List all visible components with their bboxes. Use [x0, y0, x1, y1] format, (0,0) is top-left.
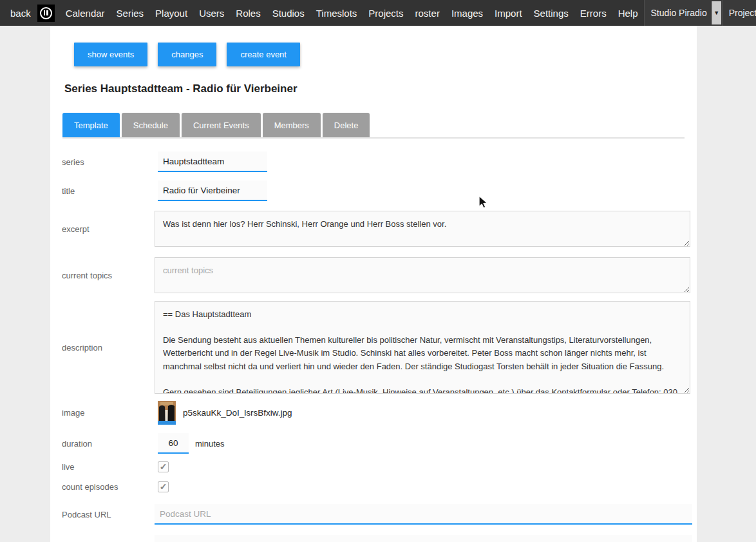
duration-input[interactable] — [158, 433, 189, 454]
tab-bar: Template Schedule Current Events Members… — [62, 113, 685, 139]
live-row: live ✓ — [50, 461, 697, 472]
action-toolbar: show events changes create event — [74, 43, 697, 66]
title-row: title — [50, 180, 697, 201]
tab-delete[interactable]: Delete — [323, 113, 370, 137]
pause-circle-icon — [40, 7, 52, 19]
archive-url-input[interactable] — [155, 535, 692, 542]
check-icon: ✓ — [160, 462, 167, 471]
nav-item-users[interactable]: Users — [193, 8, 230, 19]
nav-item-calendar[interactable]: Calendar — [60, 8, 111, 19]
nav-item-roster[interactable]: roster — [410, 8, 446, 19]
create-event-button[interactable]: create event — [227, 43, 300, 66]
excerpt-label: excerpt — [50, 224, 155, 234]
project-select[interactable]: Project 88vier ▼ — [722, 0, 756, 26]
studio-select-value: Studio Piradio — [651, 8, 707, 18]
nav-item-studios[interactable]: Studios — [267, 8, 310, 19]
changes-button[interactable]: changes — [158, 43, 216, 66]
count-episodes-checkbox[interactable]: ✓ — [158, 481, 169, 492]
archive-url-row: Archive URL — [50, 535, 697, 542]
duration-row: duration minutes — [50, 433, 697, 454]
project-select-value: Project 88vier — [729, 8, 756, 18]
template-form: series title excerpt Was ist denn hier l… — [50, 151, 697, 542]
image-label: image — [50, 408, 155, 418]
image-row: image p5skauKk_DoI_lsrsBfxiw.jpg — [50, 400, 697, 425]
duration-unit-label: minutes — [195, 439, 225, 449]
duration-label: duration — [50, 439, 155, 449]
nav-item-help[interactable]: Help — [612, 8, 644, 19]
piradio-logo-icon[interactable] — [37, 5, 55, 22]
nav-item-errors[interactable]: Errors — [574, 8, 612, 19]
description-textarea[interactable]: == Das Hauptstadtteam Die Sendung besteh… — [155, 301, 690, 394]
tab-current-events[interactable]: Current Events — [182, 113, 261, 137]
back-link[interactable]: back — [10, 8, 37, 19]
image-filename: p5skauKk_DoI_lsrsBfxiw.jpg — [183, 408, 292, 418]
chevron-down-icon: ▼ — [712, 1, 721, 24]
current-topics-label: current topics — [50, 271, 155, 280]
nav-item-projects[interactable]: Projects — [363, 8, 409, 19]
count-episodes-row: count episodes ✓ — [50, 481, 697, 492]
description-label: description — [50, 343, 155, 353]
podcast-url-row: Podcast URL — [50, 504, 697, 525]
page-title: Series Hauptstadtteam - Radio für Vierbe… — [64, 82, 697, 95]
studio-select[interactable]: Studio Piradio ▼ — [644, 0, 722, 26]
series-input[interactable] — [158, 151, 267, 172]
title-label: title — [50, 186, 155, 196]
nav-item-roles[interactable]: Roles — [230, 8, 266, 19]
nav-item-import[interactable]: Import — [489, 8, 528, 19]
series-image-thumbnail[interactable] — [158, 401, 176, 425]
series-row: series — [50, 151, 697, 172]
description-row: description == Das Hauptstadtteam Die Se… — [50, 301, 697, 394]
podcast-url-label: Podcast URL — [50, 510, 155, 519]
excerpt-textarea[interactable]: Was ist denn hier los? Herr Schinski, He… — [155, 211, 690, 247]
nav-item-images[interactable]: Images — [446, 8, 489, 19]
navbar-right-group: Studio Piradio ▼ Project 88vier ▼ Logout… — [644, 0, 756, 26]
excerpt-row: excerpt Was ist denn hier los? Herr Schi… — [50, 211, 697, 247]
show-events-button[interactable]: show events — [74, 43, 147, 66]
tab-template[interactable]: Template — [62, 113, 120, 137]
series-label: series — [50, 157, 155, 167]
title-input[interactable] — [158, 180, 267, 201]
count-episodes-label: count episodes — [50, 482, 155, 492]
live-checkbox[interactable]: ✓ — [158, 461, 169, 472]
podcast-url-input[interactable] — [155, 504, 692, 525]
nav-item-timeslots[interactable]: Timeslots — [310, 8, 363, 19]
live-label: live — [50, 462, 155, 472]
current-topics-textarea[interactable] — [155, 257, 690, 293]
current-topics-row: current topics — [50, 257, 697, 293]
nav-item-playout[interactable]: Playout — [149, 8, 193, 19]
top-navbar: back Calendar Series Playout Users Roles… — [0, 0, 756, 26]
nav-item-series[interactable]: Series — [111, 8, 150, 19]
check-icon: ✓ — [160, 482, 167, 491]
tab-members[interactable]: Members — [263, 113, 321, 137]
tab-schedule[interactable]: Schedule — [122, 113, 180, 137]
nav-item-settings[interactable]: Settings — [528, 8, 574, 19]
series-detail-card: show events changes create event Series … — [50, 26, 697, 542]
